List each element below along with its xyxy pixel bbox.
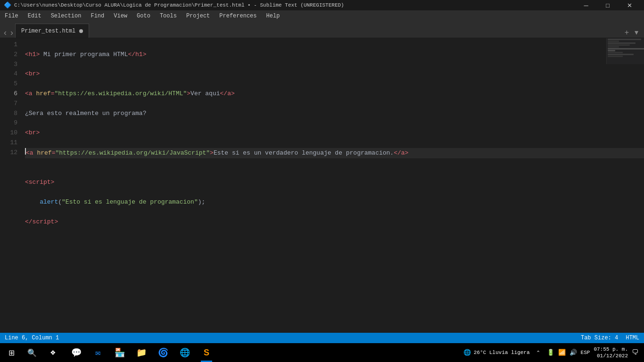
taskbar-app-app5[interactable]: 🌀 xyxy=(153,343,173,362)
search-button[interactable]: 🔍 xyxy=(23,343,41,362)
chat-icon: 💬 xyxy=(71,347,82,358)
tray-sound-icon: 🔊 xyxy=(570,349,577,356)
taskbar-app-chat[interactable]: 💬 xyxy=(66,343,87,362)
task-view-button[interactable]: ❖ xyxy=(43,343,62,362)
menu-tools[interactable]: Tools xyxy=(155,10,182,22)
store-icon: 🏪 xyxy=(115,347,125,358)
status-right: Tab Size: 4 HTML xyxy=(581,335,639,341)
tab-modified-dot xyxy=(79,29,83,33)
title-bar: 🔷 C:\Users\nunes\Desktop\Curso ALURA\Log… xyxy=(0,0,644,10)
taskbar-app-store[interactable]: 🏪 xyxy=(109,343,130,362)
title-bar-left: 🔷 C:\Users\nunes\Desktop\Curso ALURA\Log… xyxy=(4,1,344,9)
title-bar-controls: ─ □ ✕ xyxy=(575,0,640,10)
system-tray: 🌐 26°C Lluvia ligera xyxy=(463,349,530,356)
menu-selection[interactable]: Selection xyxy=(46,10,86,22)
line-num-11: 11 xyxy=(0,138,17,148)
date-value: 01/12/2022 xyxy=(597,353,628,359)
line-num-5: 5 xyxy=(0,79,17,89)
menu-preferences[interactable]: Preferences xyxy=(215,10,261,22)
menu-bar: File Edit Selection Find View Goto Tools… xyxy=(0,10,644,22)
taskbar-left: ⊞ 🔍 ❖ xyxy=(2,343,62,362)
time-display[interactable]: 07:55 p. m. 01/12/2022 xyxy=(594,346,628,360)
tab-filename: Primer_test.html xyxy=(21,28,75,34)
new-tab-button[interactable]: + xyxy=(623,27,631,38)
minimize-button[interactable]: ─ xyxy=(575,0,597,10)
line-num-2: 2 xyxy=(0,50,17,60)
taskbar-app-explorer[interactable]: 📁 xyxy=(131,343,152,362)
weather-label: 26°C Lluvia ligera xyxy=(474,350,530,355)
line-numbers: 1 2 3 4 5 6 7 8 9 10 11 12 xyxy=(0,38,21,333)
minimap xyxy=(606,38,644,64)
app-icon: 🔷 xyxy=(4,1,11,9)
window-title: C:\Users\nunes\Desktop\Curso ALURA\Logic… xyxy=(14,2,344,8)
status-left: Line 6, Column 1 xyxy=(5,335,59,341)
mail-icon: ✉ xyxy=(96,347,101,358)
taskbar-app-mail[interactable]: ✉ xyxy=(88,343,108,362)
tray-up-button[interactable]: ⌃ xyxy=(534,343,543,362)
code-line-9: alert("Esto si es lenguaje de programaci… xyxy=(25,197,644,207)
tab-next-button[interactable]: › xyxy=(8,28,15,38)
line-num-10: 10 xyxy=(0,128,17,138)
tab-overflow-button[interactable]: ▾ xyxy=(633,27,640,38)
code-line-10: </script> xyxy=(25,217,644,227)
tab-primer-test[interactable]: Primer_test.html xyxy=(15,24,89,38)
sublime-icon: S xyxy=(204,348,209,358)
editor: 1 2 3 4 5 6 7 8 9 10 11 12 <h1> Mi prime… xyxy=(0,38,644,333)
menu-edit[interactable]: Edit xyxy=(23,10,46,22)
tray-battery-icon: 🔋 xyxy=(547,349,554,356)
time-value: 07:55 p. m. xyxy=(594,346,628,353)
code-line-3: <a href="https://es.wikipedia.org/wiki/H… xyxy=(25,89,644,99)
menu-goto[interactable]: Goto xyxy=(132,10,155,22)
line-num-7: 7 xyxy=(0,99,17,109)
tab-nav: ‹ › xyxy=(0,28,15,38)
line-num-9: 9 xyxy=(0,118,17,128)
taskbar: ⊞ 🔍 ❖ 💬 ✉ 🏪 📁 🌀 🌐 S xyxy=(0,343,644,362)
menu-file[interactable]: File xyxy=(0,10,23,22)
taskbar-app-edge[interactable]: 🌐 xyxy=(174,343,195,362)
menu-help[interactable]: Help xyxy=(262,10,285,22)
menu-view[interactable]: View xyxy=(109,10,132,22)
line-num-1: 1 xyxy=(0,40,17,50)
code-line-8: <script> xyxy=(25,178,644,188)
close-button[interactable]: ✕ xyxy=(619,0,640,10)
line-num-4: 4 xyxy=(0,69,17,79)
code-area[interactable]: <h1> Mi primer programa HTML</h1> <br> <… xyxy=(21,38,644,333)
tray-wifi-icon: 📶 xyxy=(558,349,566,356)
line-num-3: 3 xyxy=(0,60,17,70)
start-button[interactable]: ⊞ xyxy=(2,343,21,362)
tab-prev-button[interactable]: ‹ xyxy=(2,28,8,38)
edge-icon: 🌐 xyxy=(180,347,190,358)
code-line-5: <br> xyxy=(25,128,644,138)
tab-size[interactable]: Tab Size: 4 xyxy=(581,335,618,341)
code-line-6: <a href="https://es.wikipedia.org/wiki/J… xyxy=(25,148,644,158)
language-mode[interactable]: HTML xyxy=(626,335,639,341)
tab-bar: ‹ › Primer_test.html + ▾ xyxy=(0,22,644,38)
maximize-button[interactable]: □ xyxy=(597,0,619,10)
code-line-1: <h1> Mi primer programa HTML</h1> xyxy=(25,50,644,60)
line-num-6: 6 xyxy=(0,89,17,99)
taskbar-right: 🌐 26°C Lluvia ligera ⌃ 🔋 📶 🔊 ESP 07:55 p… xyxy=(463,343,642,362)
explorer-icon: 📁 xyxy=(136,347,147,358)
taskbar-center: 💬 ✉ 🏪 📁 🌀 🌐 S xyxy=(62,343,463,362)
tray-lang: ESP xyxy=(581,350,590,355)
cursor-position[interactable]: Line 6, Column 1 xyxy=(5,335,59,341)
menu-find[interactable]: Find xyxy=(86,10,109,22)
notification-icon[interactable]: 🗨 xyxy=(632,349,638,356)
line-num-12: 12 xyxy=(0,148,17,158)
menu-project[interactable]: Project xyxy=(182,10,215,22)
app5-icon: 🌀 xyxy=(158,347,168,358)
taskbar-app-sublime[interactable]: S xyxy=(196,343,217,362)
code-line-2: <br> xyxy=(25,69,644,79)
network-icon: 🌐 xyxy=(463,349,471,356)
tab-actions: + ▾ xyxy=(623,27,644,38)
status-bar: Line 6, Column 1 Tab Size: 4 HTML xyxy=(0,333,644,343)
line-num-8: 8 xyxy=(0,109,17,119)
code-line-4: ¿Sera esto realmente un programa? xyxy=(25,109,644,119)
